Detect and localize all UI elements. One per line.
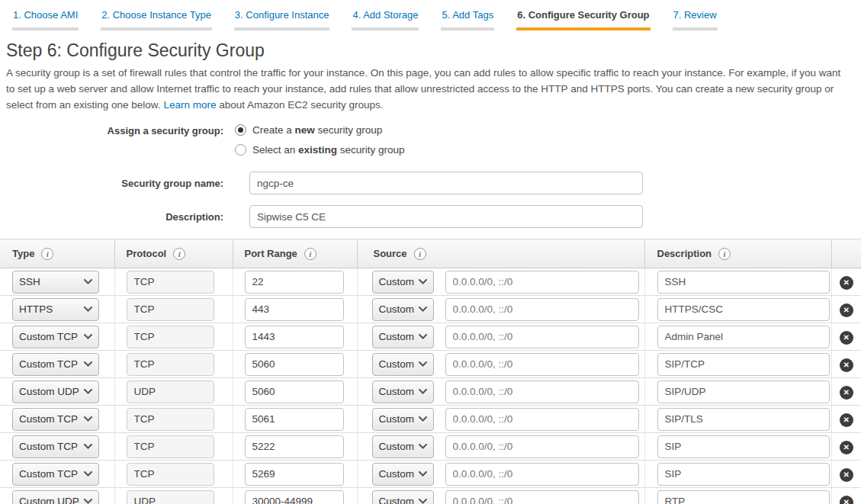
source-type-select[interactable]: Custom	[372, 463, 434, 486]
source-input[interactable]	[445, 326, 639, 348]
protocol-field	[127, 353, 214, 376]
port-range-input[interactable]	[245, 435, 344, 458]
chevron-down-icon	[419, 416, 427, 422]
info-icon[interactable]: i	[414, 248, 426, 260]
chevron-down-icon	[84, 307, 92, 312]
description-label: Description:	[0, 205, 230, 223]
tab-1-choose-ami[interactable]: 1. Choose AMI	[12, 0, 79, 30]
radio-unselected-icon[interactable]	[235, 144, 246, 156]
security-rule-row: Custom UDP Custom ✕	[0, 488, 861, 504]
description-input[interactable]	[657, 490, 830, 504]
description-input[interactable]	[657, 353, 830, 376]
description-input[interactable]	[657, 380, 830, 403]
learn-more-link[interactable]: Learn more	[163, 99, 216, 111]
security-group-description-input[interactable]	[249, 205, 643, 228]
type-select[interactable]: Custom TCP	[12, 408, 99, 431]
column-header-description: Descriptioni	[644, 239, 831, 268]
source-type-select[interactable]: Custom	[372, 271, 434, 294]
chevron-down-icon	[419, 499, 427, 504]
assign-security-group-label: Assign a security group:	[0, 124, 230, 136]
type-select[interactable]: HTTPS	[12, 298, 99, 321]
source-type-select[interactable]: Custom	[372, 353, 434, 376]
radio-create-new-group[interactable]: Create a new security group	[235, 124, 405, 136]
tab-6-configure-security-group[interactable]: 6. Configure Security Group	[516, 0, 650, 30]
port-range-input[interactable]	[245, 490, 344, 504]
delete-rule-button[interactable]: ✕	[840, 386, 853, 400]
delete-rule-button[interactable]: ✕	[840, 276, 853, 290]
source-type-select[interactable]: Custom	[372, 408, 434, 431]
security-rule-row: HTTPS Custom ✕	[0, 296, 861, 323]
type-select[interactable]: Custom TCP	[12, 353, 99, 376]
radio-select-existing-group[interactable]: Select an existing security group	[235, 144, 405, 156]
security-rule-row: Custom UDP Custom ✕	[0, 378, 861, 406]
delete-rule-button[interactable]: ✕	[840, 413, 853, 427]
description-input[interactable]	[657, 326, 830, 348]
description-input[interactable]	[657, 298, 830, 321]
delete-rule-button[interactable]: ✕	[840, 441, 853, 454]
port-range-input[interactable]	[245, 380, 344, 403]
source-input[interactable]	[445, 463, 639, 486]
source-type-select[interactable]: Custom	[372, 380, 434, 403]
info-icon[interactable]: i	[718, 248, 731, 260]
port-range-input[interactable]	[245, 408, 344, 431]
type-select[interactable]: Custom TCP	[12, 463, 99, 486]
intro-text: A security group is a set of firewall ru…	[6, 65, 852, 113]
port-range-input[interactable]	[245, 271, 344, 294]
port-range-input[interactable]	[245, 326, 344, 348]
source-input[interactable]	[445, 353, 639, 376]
type-select[interactable]: Custom UDP	[12, 490, 99, 504]
chevron-down-icon	[84, 499, 92, 504]
source-input[interactable]	[445, 380, 639, 403]
tab-3-configure-instance[interactable]: 3. Configure Instance	[234, 0, 330, 30]
source-input[interactable]	[445, 408, 639, 431]
delete-rule-button[interactable]: ✕	[840, 358, 853, 372]
protocol-field	[127, 463, 214, 486]
delete-rule-button[interactable]: ✕	[840, 496, 853, 504]
protocol-field	[127, 380, 214, 403]
tab-7-review[interactable]: 7. Review	[673, 0, 718, 30]
delete-rule-button[interactable]: ✕	[840, 331, 853, 345]
source-type-select[interactable]: Custom	[372, 326, 434, 348]
table-header-row: Typei Protocoli Port Rangei Sourcei Desc…	[0, 239, 861, 268]
type-select[interactable]: Custom UDP	[12, 380, 99, 403]
info-icon[interactable]: i	[173, 248, 185, 260]
security-rule-row: Custom TCP Custom ✕	[0, 351, 861, 378]
chevron-down-icon	[84, 279, 92, 284]
type-select[interactable]: SSH	[12, 271, 99, 294]
chevron-down-icon	[419, 444, 427, 449]
port-range-input[interactable]	[245, 298, 344, 321]
chevron-down-icon	[419, 471, 427, 477]
chevron-down-icon	[84, 389, 92, 394]
description-input[interactable]	[657, 408, 830, 431]
source-input[interactable]	[445, 271, 639, 294]
port-range-input[interactable]	[245, 463, 344, 486]
delete-rule-button[interactable]: ✕	[840, 468, 853, 482]
source-input[interactable]	[445, 298, 639, 321]
description-input[interactable]	[657, 463, 830, 486]
description-input[interactable]	[657, 271, 830, 294]
tab-4-add-storage[interactable]: 4. Add Storage	[352, 0, 419, 30]
chevron-down-icon	[84, 471, 92, 477]
info-icon[interactable]: i	[304, 248, 316, 260]
security-group-name-input[interactable]	[249, 172, 643, 194]
source-input[interactable]	[445, 490, 639, 504]
type-select[interactable]: Custom TCP	[12, 435, 99, 458]
description-input[interactable]	[657, 435, 830, 458]
wizard-tab-bar: 1. Choose AMI2. Choose Instance Type3. C…	[0, 0, 861, 30]
source-type-select[interactable]: Custom	[372, 490, 434, 504]
radio-selected-icon[interactable]	[235, 124, 246, 136]
tab-5-add-tags[interactable]: 5. Add Tags	[441, 0, 494, 30]
port-range-input[interactable]	[245, 353, 344, 376]
type-select[interactable]: Custom TCP	[12, 326, 99, 348]
source-type-select[interactable]: Custom	[372, 298, 434, 321]
source-type-select[interactable]: Custom	[372, 435, 434, 458]
intro-after-link: about Amazon EC2 security groups.	[219, 99, 383, 111]
info-icon[interactable]: i	[41, 248, 53, 260]
source-input[interactable]	[445, 435, 639, 458]
delete-rule-button[interactable]: ✕	[840, 303, 853, 317]
tab-2-choose-instance-type[interactable]: 2. Choose Instance Type	[101, 0, 212, 30]
security-rule-row: SSH Custom ✕	[0, 268, 861, 296]
chevron-down-icon	[84, 444, 92, 449]
security-group-name-label: Security group name:	[0, 172, 230, 189]
column-header-protocol: Protocoli	[114, 239, 233, 268]
